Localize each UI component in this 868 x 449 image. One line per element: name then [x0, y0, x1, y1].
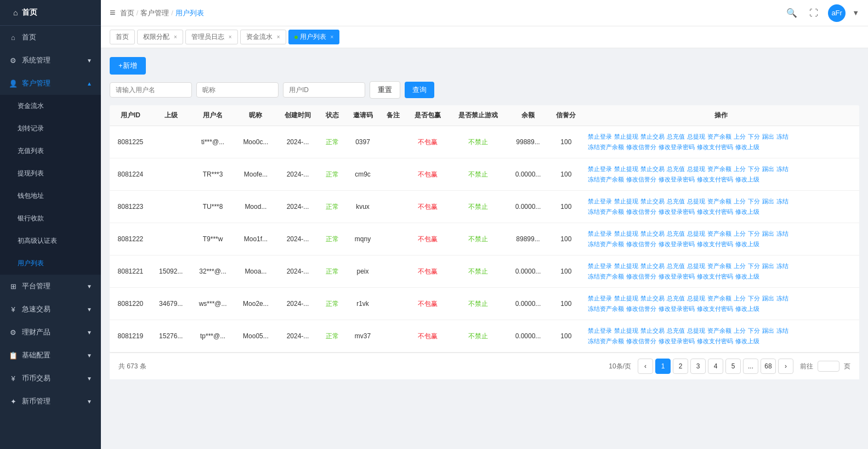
action-link[interactable]: 踢出 [762, 262, 774, 270]
action-link[interactable]: 下分 [748, 327, 760, 335]
action-link[interactable]: 总提现 [687, 262, 705, 270]
breadcrumb-home[interactable]: 首页 [120, 8, 134, 18]
page-prev[interactable]: ‹ [638, 359, 653, 374]
action-link[interactable]: 修改支付密码 [697, 175, 733, 184]
action-link[interactable]: 修改支付密码 [697, 240, 733, 248]
action-link[interactable]: 资产余额 [707, 262, 731, 270]
action-link[interactable]: 禁止提现 [614, 230, 638, 238]
page-3[interactable]: 3 [690, 359, 706, 374]
action-link[interactable]: 上分 [734, 230, 746, 238]
action-link[interactable]: 修改上级 [735, 337, 759, 345]
action-link[interactable]: 上分 [734, 327, 746, 335]
action-link[interactable]: 修改上级 [735, 305, 759, 313]
action-link[interactable]: 总充值 [667, 197, 685, 206]
tab-userlist-close[interactable]: × [331, 34, 334, 40]
action-link[interactable]: 踢出 [762, 230, 774, 238]
action-link[interactable]: 禁止提现 [614, 327, 638, 335]
search-userid-input[interactable] [283, 82, 365, 98]
action-link[interactable]: 修改信誉分 [626, 272, 656, 281]
action-link[interactable]: 冻结资产余额 [588, 240, 624, 248]
sidebar-item-userlist[interactable]: 用户列表 [0, 252, 101, 275]
action-link[interactable]: 冻结资产余额 [588, 143, 624, 151]
action-link[interactable]: 总充值 [667, 262, 685, 270]
action-link[interactable]: 踢出 [762, 327, 774, 335]
action-link[interactable]: 禁止提现 [614, 133, 638, 141]
action-link[interactable]: 禁止交易 [640, 294, 665, 303]
tab-funds[interactable]: 资金流水 × [240, 30, 286, 44]
action-link[interactable]: 修改上级 [735, 175, 759, 184]
action-link[interactable]: 禁止登录 [588, 165, 612, 173]
action-link[interactable]: 禁止交易 [640, 262, 665, 270]
action-link[interactable]: 修改支付密码 [697, 143, 733, 151]
search-icon[interactable]: 🔍 [784, 5, 799, 21]
action-link[interactable]: 禁止登录 [588, 327, 612, 335]
sidebar-item-platform[interactable]: ⊞ 平台管理 ▼ [0, 275, 101, 298]
action-link[interactable]: 总充值 [667, 327, 685, 335]
action-link[interactable]: 总提现 [687, 165, 705, 173]
search-username-input[interactable] [110, 82, 192, 98]
action-link[interactable]: 踢出 [762, 294, 774, 303]
action-link[interactable]: 禁止登录 [588, 294, 612, 303]
action-link[interactable]: 踢出 [762, 133, 774, 141]
action-link[interactable]: 禁止交易 [640, 327, 665, 335]
action-link[interactable]: 禁止登录 [588, 262, 612, 270]
action-link[interactable]: 修改登录密码 [659, 305, 695, 313]
action-link[interactable]: 资产余额 [707, 230, 731, 238]
action-link[interactable]: 总充值 [667, 230, 685, 238]
action-link[interactable]: 资产余额 [707, 294, 731, 303]
action-link[interactable]: 禁止提现 [614, 197, 638, 206]
action-link[interactable]: 冻结资产余额 [588, 305, 624, 313]
action-link[interactable]: 总提现 [687, 327, 705, 335]
sidebar-item-base[interactable]: 📋 基础配置 ▼ [0, 344, 101, 367]
pagination-jump-input[interactable] [818, 361, 839, 372]
action-link[interactable]: 下分 [748, 294, 760, 303]
action-link[interactable]: 禁止交易 [640, 197, 665, 206]
action-link[interactable]: 修改信誉分 [626, 305, 656, 313]
action-link[interactable]: 禁止交易 [640, 165, 665, 173]
action-link[interactable]: 修改登录密码 [659, 240, 695, 248]
action-link[interactable]: 修改支付密码 [697, 305, 733, 313]
tab-home[interactable]: 首页 [110, 30, 135, 44]
sidebar-item-bank[interactable]: 银行收款 [0, 207, 101, 230]
page-1[interactable]: 1 [655, 359, 671, 374]
action-link[interactable]: 冻结 [776, 327, 788, 335]
action-link[interactable]: 上分 [734, 133, 746, 141]
search-button[interactable]: 查询 [405, 82, 434, 98]
action-link[interactable]: 冻结 [776, 133, 788, 141]
dropdown-arrow[interactable]: ▼ [852, 9, 859, 17]
tab-adminlog[interactable]: 管理员日志 × [185, 30, 238, 44]
action-link[interactable]: 上分 [734, 294, 746, 303]
menu-toggle-icon[interactable]: ≡ [110, 7, 116, 19]
breadcrumb-customer[interactable]: 客户管理 [140, 8, 169, 18]
page-5[interactable]: 5 [725, 359, 741, 374]
action-link[interactable]: 修改支付密码 [697, 337, 733, 345]
action-link[interactable]: 冻结 [776, 262, 788, 270]
action-link[interactable]: 修改支付密码 [697, 272, 733, 281]
tab-userlist[interactable]: 用户列表 × [288, 30, 340, 44]
action-link[interactable]: 修改信誉分 [626, 175, 656, 184]
sidebar-item-auth[interactable]: 初高级认证表 [0, 230, 101, 252]
action-link[interactable]: 禁止登录 [588, 197, 612, 206]
sidebar-item-finance[interactable]: ⚙ 理财产品 ▼ [0, 321, 101, 344]
action-link[interactable]: 冻结 [776, 294, 788, 303]
action-link[interactable]: 总提现 [687, 230, 705, 238]
action-link[interactable]: 禁止交易 [640, 133, 665, 141]
action-link[interactable]: 修改上级 [735, 143, 759, 151]
sidebar-item-funds[interactable]: 资金流水 [0, 95, 101, 117]
action-link[interactable]: 总充值 [667, 294, 685, 303]
sidebar-item-newcoin[interactable]: ✦ 新币管理 ▼ [0, 390, 101, 413]
action-link[interactable]: 冻结 [776, 165, 788, 173]
sidebar-item-currency[interactable]: ¥ 币币交易 ▼ [0, 367, 101, 390]
action-link[interactable]: 修改信誉分 [626, 337, 656, 345]
action-link[interactable]: 修改登录密码 [659, 175, 695, 184]
action-link[interactable]: 冻结 [776, 197, 788, 206]
sidebar-item-customer[interactable]: 👤 客户管理 ▲ [0, 72, 101, 95]
tab-funds-close[interactable]: × [277, 34, 280, 40]
sidebar-item-recharge[interactable]: 充值列表 [0, 140, 101, 162]
reset-button[interactable]: 重置 [370, 81, 400, 99]
action-link[interactable]: 修改登录密码 [659, 337, 695, 345]
sidebar-item-withdraw[interactable]: 提现列表 [0, 162, 101, 185]
tab-adminlog-close[interactable]: × [229, 34, 232, 40]
sidebar-item-system[interactable]: ⚙ 系统管理 ▼ [0, 49, 101, 72]
fullscreen-icon[interactable]: ⛶ [806, 5, 821, 21]
